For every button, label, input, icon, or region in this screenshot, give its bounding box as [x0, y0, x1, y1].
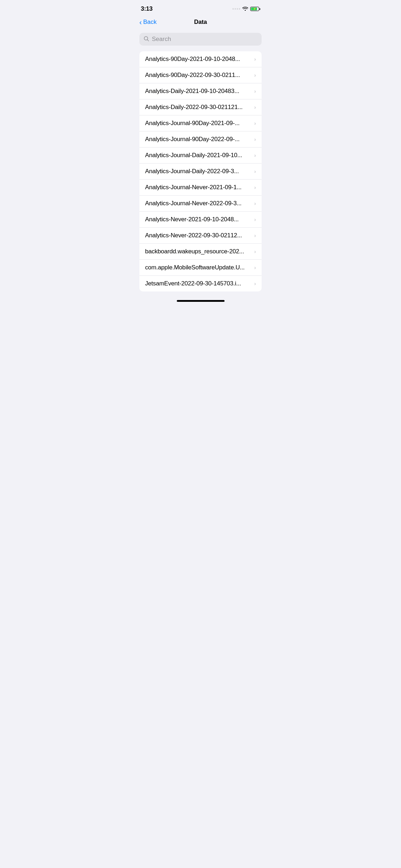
list-item[interactable]: Analytics-Journal-Never-2022-09-3...›	[139, 196, 262, 212]
chevron-right-icon: ›	[254, 249, 256, 254]
chevron-right-icon: ›	[254, 201, 256, 206]
chevron-right-icon: ›	[254, 281, 256, 286]
battery-icon: ⚡	[250, 7, 260, 11]
back-chevron-icon: ‹	[139, 19, 142, 26]
status-time: 3:13	[141, 5, 153, 12]
list-item-label: Analytics-Daily-2022-09-30-021121...	[145, 104, 251, 111]
list-item[interactable]: Analytics-Journal-90Day-2021-09-...›	[139, 115, 262, 131]
list-item[interactable]: Analytics-Journal-Daily-2021-09-10...›	[139, 148, 262, 164]
list-item[interactable]: backboardd.wakeups_resource-202...›	[139, 244, 262, 260]
list-item[interactable]: Analytics-90Day-2021-09-10-2048...›	[139, 51, 262, 67]
list-item-label: Analytics-Journal-Never-2021-09-1...	[145, 184, 251, 191]
status-icons: ⚡	[232, 6, 260, 12]
nav-bar: ‹ Back Data	[134, 16, 267, 30]
wifi-icon	[242, 6, 248, 12]
search-bar[interactable]: Search	[139, 33, 262, 46]
list-item[interactable]: Analytics-Daily-2022-09-30-021121...›	[139, 99, 262, 115]
list-item[interactable]: Analytics-Never-2022-09-30-02112...›	[139, 228, 262, 244]
home-indicator	[134, 297, 267, 303]
chevron-right-icon: ›	[254, 265, 256, 270]
data-list: Analytics-90Day-2021-09-10-2048...›Analy…	[139, 51, 262, 291]
home-indicator-bar	[177, 300, 225, 302]
list-item-label: Analytics-Journal-Daily-2022-09-3...	[145, 168, 251, 175]
signal-icon	[232, 8, 240, 10]
list-item-label: JetsamEvent-2022-09-30-145703.i...	[145, 280, 251, 287]
list-item-label: Analytics-Journal-90Day-2022-09-...	[145, 136, 251, 143]
list-item[interactable]: Analytics-Daily-2021-09-10-20483...›	[139, 83, 262, 99]
chevron-right-icon: ›	[254, 72, 256, 78]
list-item[interactable]: Analytics-Never-2021-09-10-2048...›	[139, 212, 262, 228]
search-container: Search	[134, 30, 267, 51]
chevron-right-icon: ›	[254, 217, 256, 222]
nav-title: Data	[194, 19, 207, 26]
list-item[interactable]: Analytics-90Day-2022-09-30-0211...›	[139, 67, 262, 83]
list-item[interactable]: Analytics-Journal-Daily-2022-09-3...›	[139, 164, 262, 180]
chevron-right-icon: ›	[254, 120, 256, 126]
chevron-right-icon: ›	[254, 56, 256, 62]
list-item[interactable]: Analytics-Journal-90Day-2022-09-...›	[139, 131, 262, 148]
list-item-label: Analytics-Journal-Daily-2021-09-10...	[145, 152, 251, 159]
status-bar: 3:13 ⚡	[134, 0, 267, 16]
list-item-label: Analytics-Never-2021-09-10-2048...	[145, 216, 251, 223]
list-item-label: backboardd.wakeups_resource-202...	[145, 248, 251, 255]
list-item[interactable]: JetsamEvent-2022-09-30-145703.i...›	[139, 276, 262, 291]
list-item-label: Analytics-Daily-2021-09-10-20483...	[145, 88, 251, 95]
chevron-right-icon: ›	[254, 104, 256, 110]
list-item-label: Analytics-Journal-Never-2022-09-3...	[145, 200, 251, 207]
chevron-right-icon: ›	[254, 185, 256, 190]
list-item-label: Analytics-90Day-2022-09-30-0211...	[145, 72, 251, 79]
search-icon	[144, 36, 149, 43]
chevron-right-icon: ›	[254, 153, 256, 158]
list-item-label: com.apple.MobileSoftwareUpdate.U...	[145, 264, 251, 271]
svg-line-1	[148, 40, 149, 41]
list-item-label: Analytics-Never-2022-09-30-02112...	[145, 232, 251, 239]
chevron-right-icon: ›	[254, 136, 256, 142]
back-label: Back	[143, 19, 157, 26]
chevron-right-icon: ›	[254, 88, 256, 94]
list-item-label: Analytics-Journal-90Day-2021-09-...	[145, 120, 251, 127]
list-item[interactable]: com.apple.MobileSoftwareUpdate.U...›	[139, 260, 262, 276]
list-item[interactable]: Analytics-Journal-Never-2021-09-1...›	[139, 180, 262, 196]
list-item-label: Analytics-90Day-2021-09-10-2048...	[145, 56, 251, 63]
search-placeholder: Search	[152, 36, 171, 43]
chevron-right-icon: ›	[254, 169, 256, 174]
back-button[interactable]: ‹ Back	[139, 19, 156, 26]
chevron-right-icon: ›	[254, 233, 256, 238]
